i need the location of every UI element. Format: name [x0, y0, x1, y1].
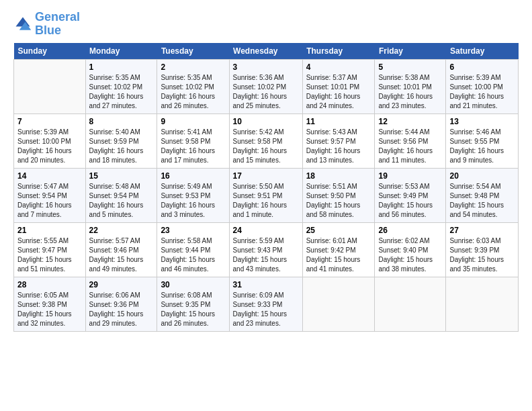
day-info: Sunrise: 5:46 AM Sunset: 9:55 PM Dayligh… — [449, 128, 515, 165]
calendar-cell: 2Sunrise: 5:35 AM Sunset: 10:02 PM Dayli… — [157, 59, 229, 113]
day-number: 30 — [161, 280, 225, 289]
day-info: Sunrise: 5:44 AM Sunset: 9:56 PM Dayligh… — [378, 128, 442, 165]
header-cell-friday: Friday — [375, 43, 446, 60]
calendar-cell: 15Sunrise: 5:48 AM Sunset: 9:54 PM Dayli… — [85, 168, 157, 222]
calendar-cell: 23Sunrise: 5:58 AM Sunset: 9:44 PM Dayli… — [157, 222, 229, 277]
header-cell-sunday: Sunday — [14, 43, 86, 60]
day-number: 28 — [17, 280, 82, 289]
day-number: 16 — [161, 171, 225, 181]
day-info: Sunrise: 5:50 AM Sunset: 9:51 PM Dayligh… — [233, 182, 299, 220]
day-number: 11 — [306, 117, 371, 126]
calendar-cell: 25Sunrise: 6:01 AM Sunset: 9:42 PM Dayli… — [302, 222, 375, 277]
day-number: 23 — [161, 226, 225, 235]
day-number: 29 — [89, 280, 154, 289]
day-info: Sunrise: 5:42 AM Sunset: 9:58 PM Dayligh… — [233, 128, 299, 165]
calendar-cell: 20Sunrise: 5:54 AM Sunset: 9:48 PM Dayli… — [446, 168, 519, 222]
calendar-cell: 31Sunrise: 6:09 AM Sunset: 9:33 PM Dayli… — [229, 277, 302, 331]
day-info: Sunrise: 5:35 AM Sunset: 10:02 PM Daylig… — [89, 73, 154, 111]
calendar-cell: 18Sunrise: 5:51 AM Sunset: 9:50 PM Dayli… — [302, 168, 375, 222]
day-number: 22 — [89, 226, 154, 235]
week-row-4: 21Sunrise: 5:55 AM Sunset: 9:47 PM Dayli… — [14, 222, 519, 277]
day-number: 18 — [306, 171, 371, 181]
day-number: 24 — [233, 226, 299, 235]
calendar-cell: 30Sunrise: 6:08 AM Sunset: 9:35 PM Dayli… — [157, 277, 229, 331]
day-info: Sunrise: 5:35 AM Sunset: 10:02 PM Daylig… — [161, 73, 225, 111]
header-cell-saturday: Saturday — [446, 43, 519, 60]
day-info: Sunrise: 5:49 AM Sunset: 9:53 PM Dayligh… — [161, 182, 225, 220]
day-info: Sunrise: 6:05 AM Sunset: 9:38 PM Dayligh… — [17, 291, 82, 328]
day-info: Sunrise: 5:58 AM Sunset: 9:44 PM Dayligh… — [161, 236, 225, 274]
day-number: 20 — [449, 171, 515, 181]
week-row-2: 7Sunrise: 5:39 AM Sunset: 10:00 PM Dayli… — [14, 113, 519, 168]
day-info: Sunrise: 5:43 AM Sunset: 9:57 PM Dayligh… — [306, 128, 371, 165]
day-number: 15 — [89, 171, 154, 181]
day-number: 10 — [233, 117, 299, 126]
calendar-cell: 28Sunrise: 6:05 AM Sunset: 9:38 PM Dayli… — [14, 277, 86, 331]
calendar-cell: 3Sunrise: 5:36 AM Sunset: 10:02 PM Dayli… — [229, 59, 302, 113]
day-number: 25 — [306, 226, 371, 235]
day-number: 27 — [449, 226, 515, 235]
day-info: Sunrise: 5:39 AM Sunset: 10:00 PM Daylig… — [449, 73, 515, 111]
day-info: Sunrise: 5:40 AM Sunset: 9:59 PM Dayligh… — [89, 128, 154, 165]
calendar-cell: 1Sunrise: 5:35 AM Sunset: 10:02 PM Dayli… — [85, 59, 157, 113]
day-number: 5 — [378, 62, 442, 72]
calendar-cell: 10Sunrise: 5:42 AM Sunset: 9:58 PM Dayli… — [229, 113, 302, 168]
day-number: 14 — [17, 171, 82, 181]
day-number: 7 — [17, 117, 82, 126]
calendar-cell: 16Sunrise: 5:49 AM Sunset: 9:53 PM Dayli… — [157, 168, 229, 222]
header: General Blue — [13, 11, 519, 38]
day-number: 26 — [378, 226, 442, 235]
header-cell-monday: Monday — [85, 43, 157, 60]
day-info: Sunrise: 5:54 AM Sunset: 9:48 PM Dayligh… — [449, 182, 515, 220]
day-number: 6 — [449, 62, 515, 72]
day-number: 1 — [89, 62, 154, 72]
day-number: 13 — [449, 117, 515, 126]
day-info: Sunrise: 5:38 AM Sunset: 10:01 PM Daylig… — [378, 73, 442, 111]
calendar-cell: 7Sunrise: 5:39 AM Sunset: 10:00 PM Dayli… — [14, 113, 86, 168]
day-info: Sunrise: 5:36 AM Sunset: 10:02 PM Daylig… — [233, 73, 299, 111]
calendar-cell: 13Sunrise: 5:46 AM Sunset: 9:55 PM Dayli… — [446, 113, 519, 168]
day-info: Sunrise: 6:01 AM Sunset: 9:42 PM Dayligh… — [306, 236, 371, 274]
header-row: SundayMondayTuesdayWednesdayThursdayFrid… — [14, 43, 519, 60]
day-number: 4 — [306, 62, 371, 72]
calendar-cell: 29Sunrise: 6:06 AM Sunset: 9:36 PM Dayli… — [85, 277, 157, 331]
day-number: 8 — [89, 117, 154, 126]
day-number: 19 — [378, 171, 442, 181]
calendar-cell: 21Sunrise: 5:55 AM Sunset: 9:47 PM Dayli… — [14, 222, 86, 277]
calendar-cell: 5Sunrise: 5:38 AM Sunset: 10:01 PM Dayli… — [375, 59, 446, 113]
day-number: 2 — [161, 62, 225, 72]
calendar-cell — [446, 277, 519, 331]
week-row-3: 14Sunrise: 5:47 AM Sunset: 9:54 PM Dayli… — [14, 168, 519, 222]
calendar-cell — [375, 277, 446, 331]
day-info: Sunrise: 5:41 AM Sunset: 9:58 PM Dayligh… — [161, 128, 225, 165]
logo-icon — [13, 15, 32, 34]
page: General Blue SundayMondayTuesdayWednesda… — [0, 0, 532, 338]
calendar-cell: 6Sunrise: 5:39 AM Sunset: 10:00 PM Dayli… — [446, 59, 519, 113]
day-number: 17 — [233, 171, 299, 181]
calendar-cell: 27Sunrise: 6:03 AM Sunset: 9:39 PM Dayli… — [446, 222, 519, 277]
day-number: 21 — [17, 226, 82, 235]
day-info: Sunrise: 5:55 AM Sunset: 9:47 PM Dayligh… — [17, 236, 82, 274]
day-number: 12 — [378, 117, 442, 126]
day-info: Sunrise: 5:59 AM Sunset: 9:43 PM Dayligh… — [233, 236, 299, 274]
day-info: Sunrise: 5:53 AM Sunset: 9:49 PM Dayligh… — [378, 182, 442, 220]
calendar-cell — [302, 277, 375, 331]
calendar-cell: 14Sunrise: 5:47 AM Sunset: 9:54 PM Dayli… — [14, 168, 86, 222]
day-info: Sunrise: 6:08 AM Sunset: 9:35 PM Dayligh… — [161, 291, 225, 328]
week-row-1: 1Sunrise: 5:35 AM Sunset: 10:02 PM Dayli… — [14, 59, 519, 113]
logo-text: General Blue — [35, 11, 80, 38]
header-cell-thursday: Thursday — [302, 43, 375, 60]
calendar-cell: 22Sunrise: 5:57 AM Sunset: 9:46 PM Dayli… — [85, 222, 157, 277]
calendar-cell — [14, 59, 86, 113]
calendar-cell: 26Sunrise: 6:02 AM Sunset: 9:40 PM Dayli… — [375, 222, 446, 277]
calendar-cell: 9Sunrise: 5:41 AM Sunset: 9:58 PM Daylig… — [157, 113, 229, 168]
header-cell-tuesday: Tuesday — [157, 43, 229, 60]
day-info: Sunrise: 6:03 AM Sunset: 9:39 PM Dayligh… — [449, 236, 515, 274]
calendar-cell: 11Sunrise: 5:43 AM Sunset: 9:57 PM Dayli… — [302, 113, 375, 168]
day-number: 3 — [233, 62, 299, 72]
calendar-cell: 12Sunrise: 5:44 AM Sunset: 9:56 PM Dayli… — [375, 113, 446, 168]
day-info: Sunrise: 5:51 AM Sunset: 9:50 PM Dayligh… — [306, 182, 371, 220]
calendar-cell: 19Sunrise: 5:53 AM Sunset: 9:49 PM Dayli… — [375, 168, 446, 222]
day-number: 31 — [233, 280, 299, 289]
day-info: Sunrise: 5:39 AM Sunset: 10:00 PM Daylig… — [17, 128, 82, 165]
